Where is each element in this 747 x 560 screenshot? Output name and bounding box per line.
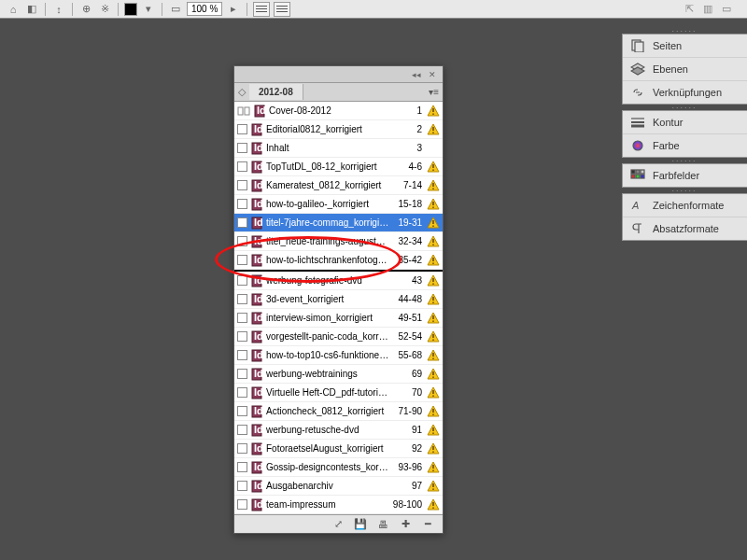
chevron-down-icon[interactable]: ▾ [141,2,156,17]
panel-item-label: Farbfelder [653,170,699,181]
panel-item-links[interactable]: Verknüpfungen [623,81,747,104]
warning-icon [427,217,440,230]
fill-swatch[interactable] [124,3,137,16]
tool-icon[interactable]: ▭ [168,2,183,17]
tool-icon[interactable]: ⊕ [78,2,93,17]
tool-icon[interactable]: ◧ [24,2,39,17]
row-checkbox[interactable] [237,180,247,190]
book-row[interactable]: Id Actioncheck_0812_korrigiert 71-90 [234,402,443,421]
row-checkbox[interactable] [237,124,247,134]
book-row[interactable]: Id how-to-galileo-_korrigiert 15-18 [234,195,443,214]
close-icon[interactable]: ✕ [426,69,439,80]
save-icon[interactable]: 💾 [353,518,368,531]
row-checkbox[interactable] [237,425,247,435]
panel-item-stroke[interactable]: Kontur [623,111,747,134]
print-icon[interactable]: 🖶 [375,518,390,531]
book-row[interactable]: Id vorgestellt-panic-coda_korrigiert 52-… [234,328,443,346]
svg-rect-16 [245,107,249,115]
panel-item-color[interactable]: Farbe [623,134,747,157]
row-checkbox[interactable] [237,275,247,286]
row-checkbox[interactable] [237,350,247,360]
tool-icon[interactable]: ※ [97,2,112,17]
panel-titlebar[interactable]: ◂◂ ✕ [234,66,443,83]
book-panel-footer: ⤢ 💾 🖶 ✚ ━ [234,514,443,533]
book-row[interactable]: Id titel-7jahre-commag_korrigiert 19-31 [234,214,443,232]
book-row[interactable]: Id werbung-fotografie-dvd 43 [234,272,443,290]
doc-page-range: 15-18 [392,199,424,209]
book-row[interactable]: Id Ausgabenarchiv 97 [234,477,443,496]
tool-icon[interactable]: ▥ [700,2,715,17]
book-row[interactable]: Id team-impressum 98-100 [234,496,443,514]
chevron-down-icon[interactable]: ▸ [226,2,241,17]
svg-rect-103 [432,432,433,433]
svg-rect-11 [631,175,635,178]
book-row[interactable]: Id how-to-top10-cs6-funktionen-dreamweav… [234,346,443,365]
svg-rect-43 [432,206,433,207]
svg-text:Id: Id [254,386,263,398]
row-checkbox[interactable] [237,161,247,172]
book-row[interactable]: Id Editorial0812_korrigiert 2 [234,120,443,139]
panel-item-charstyles[interactable]: AZeichenformate [623,194,747,217]
row-checkbox[interactable] [237,313,247,323]
align-button[interactable] [274,2,290,17]
svg-rect-83 [432,357,433,358]
doc-name: how-to-lichtschrankenfotografie_korrigie… [266,255,389,265]
book-row[interactable]: Id titel_neue-trainings-august_korrigier… [234,232,443,251]
book-row[interactable]: Id Virtuelle Heft-CD_pdf-tutorial_korrig… [234,384,443,402]
book-row[interactable]: Id Kameratest_0812_korrigiert 7-14 [234,176,443,195]
svg-rect-88 [432,376,433,377]
top-toolbar: ⌂ ◧ ↕ ⊕ ※ ▾ ▭ 100 % ▸ ⇱ ▥ ▭ [0,0,747,19]
panel-item-swatches[interactable]: Farbfelder [623,164,747,187]
doc-name: Inhalt [266,143,389,153]
swatches-icon [630,169,645,182]
book-row[interactable]: Id TopTutDL_08-12_korrigiert 4-6 [234,158,443,176]
collapse-icon[interactable]: ◂◂ [410,69,423,80]
tool-icon[interactable]: ⌂ [6,2,21,17]
book-row[interactable]: Id how-to-lichtschrankenfotografie_korri… [234,251,443,270]
panel-item-layers[interactable]: Ebenen [623,58,747,81]
doc-name: Kameratest_0812_korrigiert [266,180,389,190]
row-checkbox[interactable] [237,143,247,153]
indesign-doc-icon: Id [250,312,263,325]
book-row[interactable]: Id Cover-08-2012 1 [234,102,443,120]
book-row[interactable]: Id Inhalt 3 [234,139,443,158]
panel-item-pages[interactable]: Seiten [623,35,747,58]
book-row[interactable]: Id Gossip-designcontests_korrigiert 93-9… [234,458,443,477]
row-checkbox[interactable] [237,294,247,304]
panel-menu-icon[interactable]: ▾≡ [429,87,439,97]
align-button[interactable] [253,2,270,17]
sync-icon[interactable]: ⤢ [331,518,345,531]
row-checkbox[interactable] [237,387,247,398]
warning-icon [427,442,440,455]
doc-page-range: 55-68 [392,350,424,360]
svg-rect-107 [432,446,433,450]
doc-name: titel_neue-trainings-august_korrigiert [266,236,389,246]
svg-rect-52 [432,239,433,243]
row-checkbox[interactable] [237,499,247,510]
tool-icon[interactable]: ↕ [51,2,66,17]
svg-rect-9 [636,170,640,174]
remove-icon[interactable]: ━ [420,518,435,531]
zoom-field[interactable]: 100 % [187,2,222,16]
book-row[interactable]: Id FotoraetselAugust_korrigiert 92 [234,440,443,458]
book-row[interactable]: Id werbung-retusche-dvd 91 [234,421,443,440]
row-checkbox[interactable] [237,199,247,209]
panel-item-label: Seiten [653,40,682,51]
tool-icon[interactable]: ⇱ [682,2,697,17]
book-row[interactable]: Id interview-simon_korrigiert 49-51 [234,309,443,328]
book-tab[interactable]: 2012-08 [249,84,303,100]
row-checkbox[interactable] [237,217,247,228]
row-checkbox[interactable] [237,331,247,342]
row-checkbox[interactable] [237,481,247,491]
row-checkbox[interactable] [237,255,247,265]
row-checkbox[interactable] [237,462,247,472]
row-checkbox[interactable] [237,369,247,379]
tool-icon[interactable]: ▭ [719,2,734,17]
row-checkbox[interactable] [237,236,247,246]
book-row[interactable]: Id werbung-webtrainings 69 [234,365,443,384]
row-checkbox[interactable] [237,406,247,416]
book-row[interactable]: Id 3d-event_korrigiert 44-48 [234,290,443,309]
add-icon[interactable]: ✚ [398,518,413,531]
row-checkbox[interactable] [237,443,247,454]
panel-item-parastyles[interactable]: Absatzformate [623,217,747,240]
